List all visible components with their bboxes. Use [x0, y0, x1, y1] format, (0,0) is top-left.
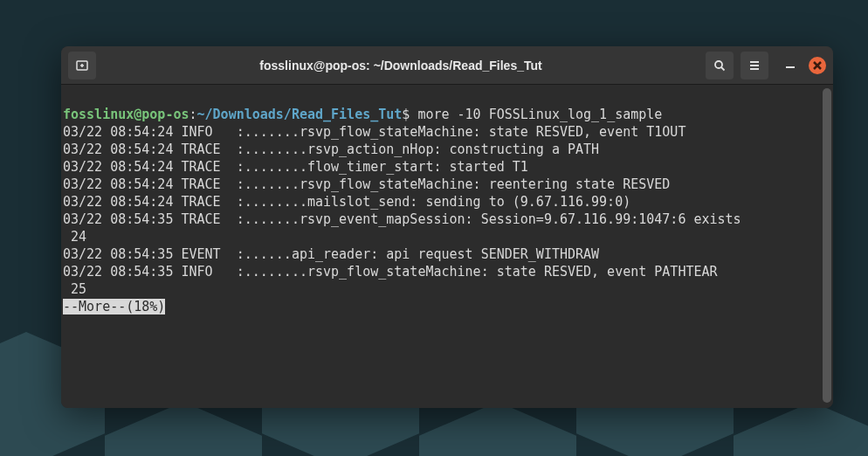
minimize-button[interactable] — [782, 58, 798, 73]
log-line: 03/22 08:54:24 TRACE :........flow_timer… — [63, 159, 528, 175]
titlebar: fosslinux@pop-os: ~/Downloads/Read_Files… — [61, 46, 833, 85]
terminal-content[interactable]: fosslinux@pop-os:~/Downloads/Read_Files_… — [61, 85, 833, 408]
window-title: fosslinux@pop-os: ~/Downloads/Read_Files… — [103, 59, 699, 73]
log-line: 03/22 08:54:24 TRACE :.......rsvp_flow_s… — [63, 176, 670, 192]
more-pager-status: --More--(18%) — [63, 299, 165, 314]
search-button[interactable] — [706, 52, 734, 79]
prompt-symbol: $ — [402, 107, 417, 122]
log-line: 03/22 08:54:35 TRACE :.......rsvp_event_… — [63, 211, 741, 227]
prompt-path: ~/Downloads/Read_Files_Tut — [197, 107, 403, 122]
log-line: 03/22 08:54:35 INFO :........rsvp_flow_s… — [63, 264, 718, 280]
svg-line-2 — [721, 67, 725, 71]
log-line: 24 — [63, 229, 86, 245]
svg-point-1 — [715, 61, 722, 68]
new-tab-button[interactable] — [68, 52, 96, 79]
log-line: 03/22 08:54:35 EVENT :......api_reader: … — [63, 246, 599, 262]
prompt-separator: : — [189, 107, 197, 122]
command-text: more -10 FOSSLinux_log_1_sample — [417, 107, 662, 122]
log-line: 03/22 08:54:24 INFO :.......rsvp_flow_st… — [63, 124, 685, 140]
terminal-window: fosslinux@pop-os: ~/Downloads/Read_Files… — [61, 46, 833, 408]
close-button[interactable] — [809, 57, 826, 74]
menu-button[interactable] — [741, 52, 768, 79]
prompt-user-host: fosslinux@pop-os — [63, 107, 189, 122]
scrollbar[interactable] — [823, 88, 831, 403]
log-line: 03/22 08:54:24 TRACE :........mailslot_s… — [63, 194, 630, 210]
window-controls — [782, 57, 826, 74]
log-line: 03/22 08:54:24 TRACE :........rsvp_actio… — [63, 142, 599, 157]
log-line: 25 — [63, 281, 86, 297]
